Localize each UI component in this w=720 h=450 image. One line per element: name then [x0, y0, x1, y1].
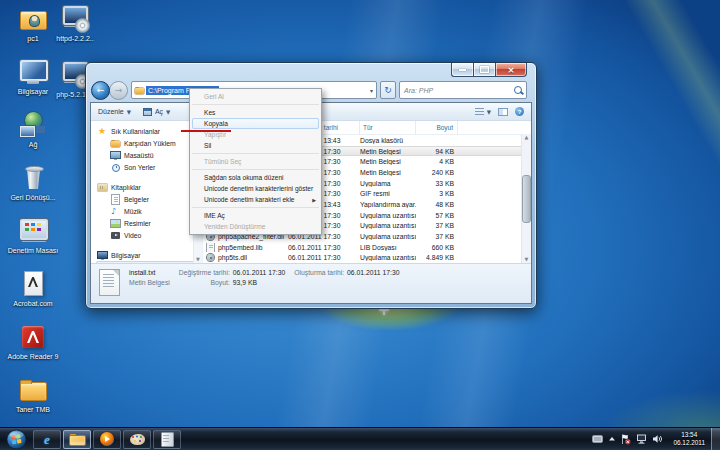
- file-name: php5ts.dll: [218, 254, 247, 261]
- show-desktop-button[interactable]: [711, 428, 720, 450]
- desktop-icon[interactable]: Geri Dönüşü...: [0, 163, 66, 216]
- context-menu-item-label: Tümünü Seç: [204, 158, 241, 165]
- file-modified: 06.01.2011 17:30: [288, 254, 360, 261]
- context-menu-item-label: Yapıştır: [204, 131, 226, 138]
- minimize-button[interactable]: [451, 63, 473, 77]
- file-row[interactable]: php5ts.dll 06.01.2011 17:30 Uygulama uza…: [203, 253, 522, 263]
- caption-buttons: ×: [451, 63, 527, 77]
- start-button[interactable]: [0, 428, 32, 450]
- desktop-icon[interactable]: Denetim Masası: [0, 216, 66, 269]
- nav-item[interactable]: Yerel Disk (C:): [96, 261, 199, 263]
- taskbar-button-app[interactable]: [153, 430, 181, 449]
- address-dropdown-icon[interactable]: ▾: [370, 87, 373, 94]
- context-menu-item[interactable]: Geri Al: [190, 91, 321, 102]
- context-menu-item-label: Kes: [204, 109, 215, 116]
- nav-item-icon: [98, 127, 107, 136]
- context-menu-item-label: Sağdan sola okuma düzeni: [204, 174, 284, 181]
- file-type: Dosya klasörü: [360, 137, 416, 144]
- nav-item-icon: [111, 139, 120, 148]
- column-header-type[interactable]: Tür: [360, 121, 416, 134]
- context-menu-item[interactable]: Unicode denetim karakteri ekle ▶: [190, 194, 321, 205]
- file-size: 4 KB: [416, 158, 458, 165]
- title-bar[interactable]: ×: [86, 63, 536, 79]
- desktop-icon-label: pc1: [27, 35, 38, 43]
- close-button[interactable]: ×: [495, 63, 527, 77]
- input-device-icon[interactable]: [592, 435, 603, 443]
- open-button[interactable]: Aç ▼: [143, 108, 170, 116]
- scroll-up-icon[interactable]: ▲: [525, 135, 529, 140]
- chevron-down-icon: ▼: [487, 109, 491, 115]
- paint-icon: [130, 434, 145, 445]
- column-header-size[interactable]: Boyut: [416, 121, 458, 134]
- nav-item[interactable]: Son Yerler: [96, 161, 202, 173]
- desktop-icon[interactable]: Adobe Reader 9: [0, 322, 66, 375]
- desktop-icon-label: Taner TMB: [16, 406, 50, 414]
- nav-item-icon: [111, 195, 120, 204]
- nav-item[interactable]: Resimler: [96, 217, 202, 229]
- desktop-icon-image: [18, 375, 48, 405]
- scroll-down-icon[interactable]: ▼: [525, 257, 529, 262]
- taskbar-clock[interactable]: 13:54 06.12.2011: [668, 431, 710, 447]
- desktop-icon[interactable]: Ağ: [0, 110, 66, 163]
- context-menu-item[interactable]: Unicode denetim karakterlerini göster: [190, 183, 321, 194]
- nav-item[interactable]: Müzik: [96, 205, 202, 217]
- taskbar-button-ie[interactable]: e: [33, 430, 61, 449]
- nav-item-icon: [98, 183, 107, 192]
- open-label: Aç: [155, 108, 163, 115]
- desktop-icon[interactable]: Acrobat.com: [0, 269, 66, 322]
- taskbar-button-paint[interactable]: [123, 430, 151, 449]
- maximize-button[interactable]: [473, 63, 495, 77]
- details-file-block: install.txt Metin Belgesi: [129, 269, 170, 303]
- context-menu-item[interactable]: Yeniden Dönüştürme: [190, 221, 321, 232]
- nav-item[interactable]: Video: [96, 229, 202, 241]
- text-document-icon: [99, 269, 120, 296]
- taskbar-button-media-player[interactable]: [93, 430, 121, 449]
- scroll-thumb[interactable]: [522, 175, 531, 223]
- toolbar-right: ▼ ?: [475, 107, 524, 116]
- details-file-type: Metin Belgesi: [129, 279, 170, 286]
- nav-item-icon: [111, 163, 120, 172]
- preview-pane-button[interactable]: [498, 108, 508, 116]
- nav-item[interactable]: Masaüstü: [96, 149, 202, 161]
- nav-item[interactable]: Karşıdan Yüklem: [96, 137, 202, 149]
- nav-item-label: Resimler: [124, 220, 151, 227]
- maximize-icon: [480, 66, 489, 73]
- volume-icon[interactable]: [652, 434, 663, 444]
- action-center-flag-icon[interactable]: [621, 434, 631, 445]
- context-menu-item[interactable]: Tümünü Seç: [190, 156, 321, 167]
- scroll-down-icon[interactable]: ▼: [196, 257, 200, 262]
- context-menu-item[interactable]: Sil: [190, 140, 321, 151]
- file-row[interactable]: php5embed.lib 06.01.2011 17:30 LIB Dosya…: [203, 242, 522, 253]
- desktop-icon[interactable]: Taner TMB: [0, 375, 66, 428]
- refresh-button[interactable]: ↻: [380, 81, 396, 99]
- forward-button[interactable]: →: [109, 81, 128, 100]
- search-box[interactable]: Ara: PHP: [399, 81, 527, 99]
- show-hidden-icons-button[interactable]: [608, 436, 616, 442]
- views-button[interactable]: ▼: [475, 108, 491, 115]
- file-size: 3 KB: [416, 190, 458, 197]
- taskbar-button-explorer[interactable]: [63, 430, 91, 449]
- system-tray: 13:54 06.12.2011: [592, 431, 711, 447]
- desktop-icon[interactable]: httpd-2.2.2..: [42, 4, 108, 60]
- organize-button[interactable]: Düzenle ▼: [98, 108, 131, 115]
- context-menu-item[interactable]: IME Aç: [190, 210, 321, 221]
- help-button[interactable]: ?: [515, 107, 524, 116]
- context-menu-item[interactable]: Kopyala: [192, 118, 319, 129]
- nav-item[interactable]: Bilgisayar: [96, 249, 202, 261]
- details-meta-2: Oluşturma tarihi: 06.01.2011 17:30: [294, 269, 399, 303]
- file-type: Uygulama uzantısı: [360, 233, 416, 240]
- network-icon[interactable]: [636, 434, 647, 444]
- search-icon[interactable]: [514, 86, 522, 94]
- file-list-scrollbar[interactable]: ▲ ▼: [521, 134, 531, 263]
- context-menu-item[interactable]: Sağdan sola okuma düzeni: [190, 172, 321, 183]
- nav-item[interactable]: [96, 173, 202, 181]
- nav-item[interactable]: Kitaplıklar: [96, 181, 202, 193]
- nav-item[interactable]: Belgeler: [96, 193, 202, 205]
- size-value: 93,9 KB: [233, 279, 285, 286]
- windows-explorer-icon: [70, 434, 85, 445]
- nav-item[interactable]: [96, 241, 202, 249]
- back-button[interactable]: ←: [91, 81, 110, 100]
- modified-label: Değiştirme tarihi:: [179, 269, 230, 276]
- context-menu-item[interactable]: Kes: [190, 107, 321, 118]
- file-size: 48 KB: [416, 201, 458, 208]
